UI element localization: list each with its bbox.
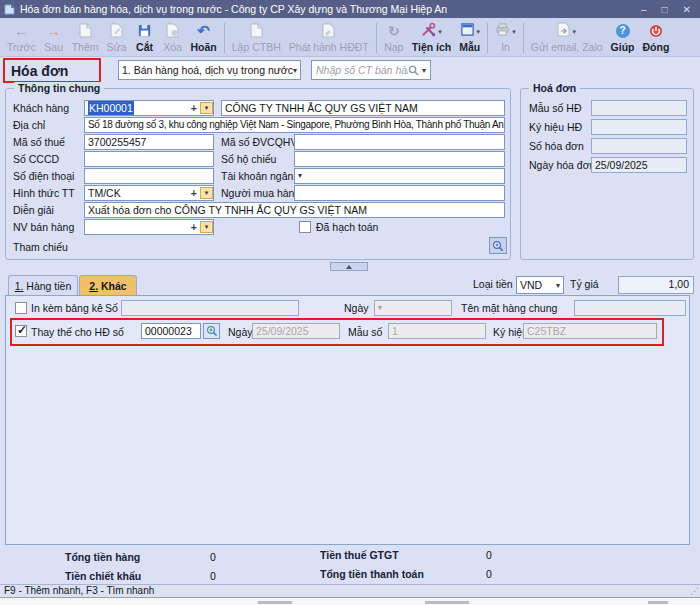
help-button[interactable]: ? Giúp — [607, 21, 639, 54]
common-item-field[interactable] — [574, 300, 686, 316]
background-window-sliver — [0, 597, 700, 605]
customer-code-value: KH00001 — [88, 101, 134, 115]
posted-checkbox[interactable] — [299, 221, 311, 233]
chevron-down-icon[interactable]: ▾ — [477, 28, 481, 36]
document-search-box[interactable]: Nhập số CT bán hàng ▾ — [311, 60, 431, 80]
add-icon[interactable]: + — [188, 186, 200, 200]
chevron-down-icon: ▾ — [293, 66, 297, 75]
close-icon[interactable]: ✕ — [683, 4, 691, 15]
add-icon[interactable]: + — [188, 101, 200, 115]
invoice-no-label: Số hóa đơn — [529, 138, 584, 154]
customer-code-field[interactable]: KH00001 + ▾ — [84, 100, 214, 116]
print-button[interactable]: ▾ In — [491, 21, 520, 54]
replace-invoice-lookup-button[interactable] — [203, 323, 220, 339]
invoice-date-field[interactable]: 25/09/2025 — [591, 157, 687, 173]
exchange-rate-field[interactable]: 1,00 — [618, 276, 694, 294]
chevron-down-icon[interactable]: ▾ — [512, 28, 516, 36]
arrow-right-icon: → — [47, 22, 61, 39]
replace-invoice-checkbox[interactable] — [15, 325, 27, 337]
power-icon — [649, 22, 663, 39]
passport-field[interactable] — [294, 151, 505, 167]
replace-template-field[interactable]: 1 — [388, 323, 486, 339]
attach-no-field[interactable] — [121, 300, 299, 316]
chevron-down-icon[interactable]: ▾ — [438, 28, 442, 36]
address-field[interactable]: Số 18 đường số 3, khu công nghiệp Việt N… — [84, 117, 505, 133]
tab-hang-tien[interactable]: 1. Hàng tiền — [8, 275, 78, 296]
edit-button[interactable]: Sửa — [103, 21, 131, 54]
save-icon — [137, 22, 152, 39]
invoice-info-group: Hoá đơn Mẫu số HĐ Ký hiệu HĐ Số hóa đơn … — [520, 88, 694, 260]
tax-code-field[interactable]: 3700255457 — [84, 134, 214, 150]
chevron-down-icon[interactable]: ▾ — [200, 102, 213, 114]
collapse-splitter-button[interactable] — [330, 262, 368, 271]
template-button[interactable]: ▾ Mẫu — [455, 21, 484, 54]
grand-total-value: 0 — [486, 568, 492, 580]
invoice-window: { "colors": { "accent_red": "#dd1f1f", "… — [0, 0, 700, 605]
add-icon[interactable]: + — [188, 220, 200, 234]
toolbar-separator — [523, 23, 524, 53]
bank-account-field[interactable]: ▾ — [294, 168, 505, 184]
send-email-zalo-button[interactable]: ▾ Gửi email, Zalo — [527, 21, 607, 54]
issue-einvoice-button[interactable]: Phát hành HĐĐT — [285, 21, 373, 54]
maximize-icon[interactable]: □ — [662, 4, 668, 15]
common-item-label: Tên mặt hàng chung — [461, 300, 557, 316]
resize-grip[interactable]: ⋰ — [690, 586, 698, 596]
serial-field[interactable] — [591, 119, 687, 135]
replace-invoice-no-field[interactable]: 00000023 — [141, 323, 201, 339]
group-title: Hoá đơn — [529, 82, 580, 95]
prev-button[interactable]: ← Trước — [3, 21, 40, 54]
form-icon — [460, 22, 475, 39]
replace-date-field[interactable]: 25/09/2025 — [252, 323, 340, 339]
currency-select[interactable]: VND ▾ — [516, 276, 564, 294]
chevron-down-icon[interactable]: ▾ — [200, 187, 213, 199]
document-icon — [250, 22, 263, 39]
chevron-down-icon[interactable]: ▾ — [298, 169, 302, 183]
minimize-icon[interactable]: – — [641, 4, 647, 15]
toolbar-separator — [224, 23, 225, 53]
replace-serial-field[interactable]: C25TBZ — [523, 323, 657, 339]
close-window-button[interactable]: Đóng — [639, 21, 674, 54]
goods-total-label: Tổng tiền hàng — [65, 551, 140, 563]
description-field[interactable]: Xuất hóa đơn cho CÔNG TY TNHH ẮC QUY GS … — [84, 202, 505, 218]
cccd-field[interactable] — [84, 151, 214, 167]
currency-label: Loại tiền — [473, 278, 513, 290]
customer-name-field[interactable]: CÔNG TY TNHH ẮC QUY GS VIỆT NAM — [221, 100, 505, 116]
phone-label: Số điện thoại — [13, 168, 74, 184]
attach-list-checkbox[interactable] — [15, 302, 27, 314]
status-text: F9 - Thêm nhanh, F3 - Tìm nhanh — [4, 585, 154, 596]
replace-invoice-label: Thay thế cho HĐ số — [31, 324, 124, 340]
send-document-icon — [557, 22, 570, 39]
attach-date-field[interactable]: ▾ — [374, 300, 452, 316]
buyer-field[interactable] — [294, 185, 505, 201]
attach-no-label: Số — [105, 300, 118, 316]
sales-staff-field[interactable]: + ▾ — [84, 219, 214, 235]
tab-khac[interactable]: 2. Khác — [79, 275, 137, 296]
titlebar: Hóa đơn bán hàng hóa, dịch vụ trong nước… — [0, 0, 700, 18]
goods-total-value: 0 — [210, 551, 216, 563]
invoice-no-field[interactable] — [591, 138, 687, 154]
reference-lookup-button[interactable] — [489, 237, 507, 254]
chevron-down-icon[interactable]: ▾ — [572, 28, 576, 36]
buyer-label: Người mua hàng — [221, 185, 300, 201]
template-no-field[interactable] — [591, 100, 687, 116]
chevron-down-icon[interactable]: ▾ — [200, 221, 213, 233]
payment-method-field[interactable]: TM/CK + ▾ — [84, 185, 214, 201]
invoice-type-select[interactable]: 1. Bán hàng hoá, dịch vụ trong nước ▾ — [118, 60, 301, 80]
phone-field[interactable] — [84, 168, 214, 184]
add-button[interactable]: Thêm — [68, 21, 103, 54]
app-icon — [4, 4, 15, 15]
toolbar-separator — [487, 23, 488, 53]
delete-button[interactable]: Xóa — [159, 21, 187, 54]
create-ctbh-button[interactable]: Lập CTBH — [228, 21, 285, 54]
general-info-group: Thông tin chung Khách hàng KH00001 + ▾ C… — [5, 88, 511, 260]
search-icon — [408, 65, 419, 76]
next-button[interactable]: → Sau — [40, 21, 68, 54]
status-bar: F9 - Thêm nhanh, F3 - Tìm nhanh — [0, 584, 700, 597]
reload-button[interactable]: ↻ Nạp — [380, 21, 408, 54]
help-icon: ? — [616, 22, 630, 39]
save-button[interactable]: Cắt — [131, 21, 159, 54]
search-placeholder: Nhập số CT bán hàng — [316, 64, 408, 76]
undo-button[interactable]: ↶ Hoãn — [187, 21, 221, 54]
budget-code-field[interactable] — [294, 134, 505, 150]
utilities-button[interactable]: ▾ Tiện ích — [408, 21, 455, 54]
